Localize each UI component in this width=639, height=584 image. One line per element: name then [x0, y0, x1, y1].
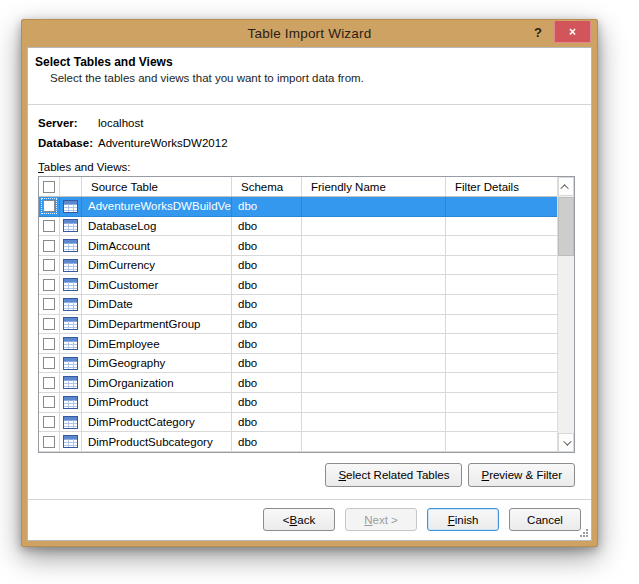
cell-source-table: DimProductSubcategory [82, 432, 232, 451]
cell-friendly-name[interactable] [302, 275, 446, 294]
cell-friendly-name[interactable] [302, 354, 446, 373]
cell-schema: dbo [232, 315, 302, 334]
page-title: Select Tables and Views [35, 55, 583, 69]
row-checkbox[interactable] [43, 396, 55, 408]
preview-and-filter-button[interactable]: Preview & Filter [468, 463, 575, 487]
row-checkbox[interactable] [43, 240, 55, 252]
row-checkbox[interactable] [43, 318, 55, 330]
row-icon-cell [60, 373, 82, 392]
row-icon-cell [60, 217, 82, 236]
cell-friendly-name[interactable] [302, 236, 446, 255]
table-row[interactable]: DimDate dbo [39, 295, 557, 315]
row-checkbox[interactable] [43, 279, 55, 291]
cell-source-table: DimProductCategory [82, 413, 232, 432]
cell-filter-details [446, 413, 557, 432]
cell-friendly-name[interactable] [302, 334, 446, 353]
row-icon-cell [60, 334, 82, 353]
database-value: AdventureWorksDW2012 [98, 137, 228, 149]
resize-grip[interactable] [579, 528, 589, 538]
server-value: localhost [98, 117, 143, 129]
table-icon [63, 396, 78, 409]
cell-friendly-name[interactable] [302, 217, 446, 236]
tables-and-views-label: Tables and Views: [38, 161, 575, 173]
table-icon [63, 219, 78, 232]
icon-column-header[interactable] [60, 177, 82, 196]
cell-schema: dbo [232, 295, 302, 314]
row-checkbox[interactable] [43, 338, 55, 350]
cell-source-table: DimProduct [82, 393, 232, 412]
select-all-checkbox[interactable] [43, 181, 55, 193]
cell-friendly-name[interactable] [302, 373, 446, 392]
table-icon [63, 317, 78, 330]
table-row[interactable]: DimGeography dbo [39, 354, 557, 374]
table-row[interactable]: DimDepartmentGroup dbo [39, 315, 557, 335]
column-header-friendly-name[interactable]: Friendly Name [302, 177, 446, 196]
tables-grid: Source Table Schema Friendly Name Filter… [38, 176, 575, 453]
table-row[interactable]: DimProductCategory dbo [39, 413, 557, 433]
cell-filter-details [446, 315, 557, 334]
titlebar[interactable]: Table Import Wizard ? × [22, 20, 597, 47]
column-header-source-table[interactable]: Source Table [82, 177, 232, 196]
back-button[interactable]: < Back [263, 508, 335, 531]
row-checkbox-cell [39, 413, 60, 432]
row-checkbox[interactable] [43, 436, 55, 448]
next-button[interactable]: Next > [345, 508, 417, 531]
table-row[interactable]: DimProduct dbo [39, 393, 557, 413]
row-icon-cell [60, 236, 82, 255]
table-row[interactable]: DatabaseLog dbo [39, 217, 557, 237]
table-row[interactable]: DimCustomer dbo [39, 275, 557, 295]
row-checkbox[interactable] [43, 298, 55, 310]
row-icon-cell [60, 354, 82, 373]
row-checkbox[interactable] [43, 200, 55, 212]
cell-friendly-name[interactable] [302, 256, 446, 275]
select-related-tables-button[interactable]: Select Related Tables [325, 463, 462, 487]
scroll-down-button[interactable] [558, 433, 574, 452]
cell-source-table: AdventureWorksDWBuildVer... [82, 197, 232, 216]
row-checkbox-cell [39, 295, 60, 314]
row-checkbox[interactable] [43, 220, 55, 232]
table-icon [63, 298, 78, 311]
cancel-button[interactable]: Cancel [509, 508, 581, 531]
row-checkbox-cell [39, 197, 60, 216]
cell-filter-details [446, 217, 557, 236]
cell-filter-details [446, 197, 557, 216]
cell-friendly-name[interactable] [302, 393, 446, 412]
row-checkbox-cell [39, 275, 60, 294]
cell-friendly-name[interactable] [302, 432, 446, 451]
row-checkbox[interactable] [43, 357, 55, 369]
scrollbar-thumb[interactable] [558, 197, 574, 256]
row-icon-cell [60, 393, 82, 412]
table-row[interactable]: DimCurrency dbo [39, 256, 557, 276]
row-checkbox[interactable] [43, 416, 55, 428]
cell-filter-details [446, 334, 557, 353]
column-header-filter-details[interactable]: Filter Details [446, 177, 557, 196]
table-row[interactable]: DimProductSubcategory dbo [39, 432, 557, 452]
cell-friendly-name[interactable] [302, 413, 446, 432]
cell-source-table: DimCurrency [82, 256, 232, 275]
table-row[interactable]: DimEmployee dbo [39, 334, 557, 354]
cell-friendly-name[interactable] [302, 197, 446, 216]
finish-button[interactable]: Finish [427, 508, 499, 531]
grid-header-row: Source Table Schema Friendly Name Filter… [39, 177, 557, 197]
help-button[interactable]: ? [528, 20, 548, 44]
table-row[interactable]: DimAccount dbo [39, 236, 557, 256]
select-all-cell [39, 177, 60, 196]
cell-source-table: DimEmployee [82, 334, 232, 353]
cell-schema: dbo [232, 432, 302, 451]
row-checkbox[interactable] [43, 377, 55, 389]
page-subtitle: Select the tables and views that you wan… [50, 72, 583, 98]
row-checkbox[interactable] [43, 259, 55, 271]
cell-schema: dbo [232, 236, 302, 255]
table-row[interactable]: DimOrganization dbo [39, 373, 557, 393]
scroll-up-button[interactable] [558, 177, 574, 196]
column-header-schema[interactable]: Schema [232, 177, 302, 196]
vertical-scrollbar[interactable] [557, 177, 574, 452]
table-row[interactable]: AdventureWorksDWBuildVer... dbo [39, 197, 557, 217]
row-icon-cell [60, 315, 82, 334]
window-title: Table Import Wizard [248, 26, 372, 41]
cell-filter-details [446, 236, 557, 255]
cell-friendly-name[interactable] [302, 315, 446, 334]
close-button[interactable]: × [554, 21, 591, 43]
table-icon [63, 337, 78, 350]
cell-friendly-name[interactable] [302, 295, 446, 314]
